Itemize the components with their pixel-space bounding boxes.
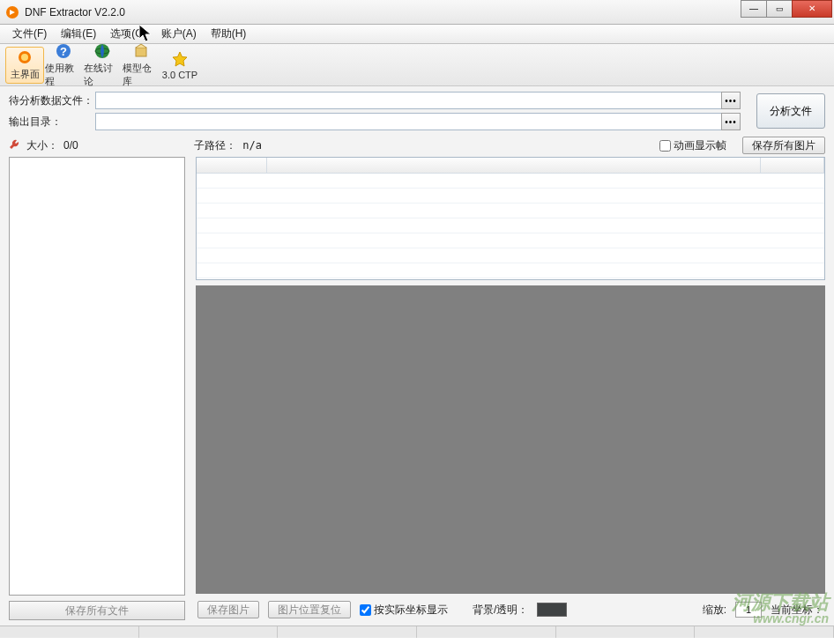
window-controls: ▭ ✕ [741,0,832,18]
menubar: 文件(F) 编辑(E) 选项(O) 账户(A) 帮助(H) [0,25,834,44]
titlebar: DNF Extractor V2.2.0 ▭ ✕ [0,0,834,25]
window-title: DNF Extractor V2.2.0 [25,6,741,19]
toolbar-ctp-label: 3.0 CTP [162,70,197,80]
package-icon [132,42,150,60]
bg-label: 背景/透明： [473,603,528,618]
save-image-button[interactable]: 保存图片 [197,601,259,618]
preview-controls: 保存图片 图片位置复位 按实际坐标显示 背景/透明： 缩放: 当前坐标： [196,599,825,620]
toolbar-discuss-button[interactable]: 在线讨论 [83,47,122,84]
toolbar-ctp-button[interactable]: 3.0 CTP [160,47,199,84]
statusbar [0,625,834,638]
save-all-images-label: 保存所有图片 [752,138,815,153]
data-file-browse-button[interactable]: ••• [721,92,741,109]
grid-header [197,158,824,174]
sun-icon [16,48,34,66]
close-button[interactable]: ✕ [792,0,832,18]
svg-text:?: ? [60,45,67,58]
main-area: 保存所有文件 保存图片 图片位置复位 按实际坐标显示 [0,157,834,625]
left-panel: 保存所有文件 [9,157,185,620]
menu-options[interactable]: 选项(O) [103,25,153,43]
globe-icon [93,42,111,60]
save-all-images-button[interactable]: 保存所有图片 [742,137,825,154]
toolbar-main-label: 主界面 [11,68,40,81]
wrench-icon [9,138,21,153]
output-dir-input[interactable] [95,113,722,130]
data-file-label: 待分析数据文件： [9,93,95,108]
reset-position-label: 图片位置复位 [278,603,341,618]
real-coords-text: 按实际坐标显示 [374,603,448,618]
toolbar-model-label: 模型仓库 [123,62,160,88]
subpath-value: n/a [242,139,262,152]
svg-rect-7 [136,48,146,56]
maximize-button[interactable]: ▭ [766,0,793,18]
save-all-files-label: 保存所有文件 [65,603,129,618]
save-image-label: 保存图片 [207,603,249,618]
minimize-button[interactable] [741,0,767,18]
help-icon: ? [55,42,72,60]
show-anim-checkbox-label[interactable]: 动画显示帧 [659,138,726,153]
path-area: 待分析数据文件： ••• 输出目录： ••• 分析文件 [0,86,834,134]
show-anim-text: 动画显示帧 [674,138,726,153]
output-dir-browse-button[interactable]: ••• [721,113,741,130]
zoom-label: 缩放: [703,603,726,618]
svg-point-2 [21,54,28,61]
app-icon [5,5,19,19]
toolbar-main-button[interactable]: 主界面 [5,47,44,84]
grid-rows [197,174,824,278]
menu-help[interactable]: 帮助(H) [204,25,254,43]
bg-color-swatch[interactable] [537,603,567,617]
subpath-label: 子路径： [194,139,236,152]
analyze-button-label: 分析文件 [770,104,812,119]
size-value: 0/0 [63,139,78,152]
size-label: 大小： [26,138,58,153]
data-file-input[interactable] [95,92,722,109]
toolbar-tutorial-button[interactable]: ? 使用教程 [44,47,83,84]
menu-edit[interactable]: 编辑(E) [54,25,103,43]
real-coords-checkbox[interactable] [360,604,371,616]
info-row: 大小： 0/0 子路径： n/a 动画显示帧 保存所有图片 [0,134,834,157]
star-icon [171,50,189,68]
reset-position-button[interactable]: 图片位置复位 [268,601,351,618]
save-all-files-button[interactable]: 保存所有文件 [9,601,185,620]
coords-label: 当前坐标： [771,603,823,618]
zoom-input[interactable] [735,602,762,618]
analyze-button[interactable]: 分析文件 [756,93,825,129]
menu-account[interactable]: 账户(A) [154,25,204,43]
output-dir-label: 输出目录： [9,115,95,130]
toolbar-discuss-label: 在线讨论 [84,62,121,88]
toolbar-model-button[interactable]: 模型仓库 [122,47,160,84]
image-preview[interactable] [196,285,825,594]
data-grid[interactable] [196,157,825,280]
show-anim-checkbox[interactable] [659,140,671,152]
real-coords-checkbox-label[interactable]: 按实际坐标显示 [360,603,448,618]
menu-file[interactable]: 文件(F) [5,25,54,43]
toolbar: 主界面 ? 使用教程 在线讨论 模型仓库 3.0 CTP [0,44,834,86]
right-panel: 保存图片 图片位置复位 按实际坐标显示 背景/透明： 缩放: 当前坐标： [196,157,825,620]
toolbar-tutorial-label: 使用教程 [45,62,82,88]
file-list[interactable] [9,157,185,596]
